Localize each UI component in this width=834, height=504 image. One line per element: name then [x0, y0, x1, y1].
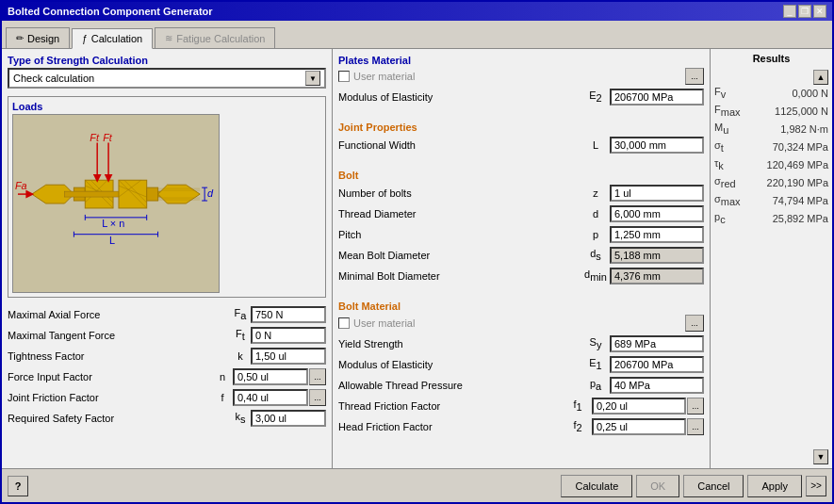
bolt-elastic-input[interactable] [610, 356, 704, 373]
safety-input[interactable] [251, 410, 326, 427]
bolt-thread-input[interactable] [610, 205, 704, 222]
bolt-allowable-input[interactable] [610, 377, 704, 394]
bolt-thread-friction-input[interactable] [592, 398, 686, 415]
tab-design[interactable]: ✏ Design [6, 27, 70, 48]
tangent-force-input[interactable] [251, 327, 326, 344]
bolt-head-friction-label: Head Friction Factor [338, 421, 564, 432]
tab-fatigue[interactable]: ≋ Fatigue Calculation [155, 27, 275, 48]
bolt-yield-symbol: Sy [581, 336, 610, 350]
bolt-elastic-label: Modulus of Elasticity [338, 359, 581, 370]
tab-calculation-label: Calculation [91, 33, 142, 44]
tightness-symbol: k [230, 350, 251, 362]
plates-modulus-row: Modulus of Elasticity E2 [338, 88, 704, 106]
help-button[interactable]: ? [8, 476, 28, 496]
bolt-pitch-symbol: p [581, 229, 610, 240]
calc-type-value: Check calculation [13, 73, 94, 84]
close-button[interactable]: ✕ [813, 5, 826, 18]
tangent-force-label: Maximal Tangent Force [8, 330, 230, 341]
input-fields: Maximal Axial Force Fa Maximal Tangent F… [8, 305, 326, 428]
apply-button[interactable]: Apply [747, 475, 802, 497]
functional-width-label: Functional Width [338, 139, 581, 151]
safety-symbol: ks [230, 411, 251, 425]
safety-label: Required Safety Factor [8, 413, 230, 424]
result-tau-k-symbol: τk [714, 157, 747, 171]
ok-button[interactable]: OK [636, 475, 679, 497]
result-tau-k: τk 120,469 MPa [714, 156, 828, 173]
results-title: Results [714, 53, 828, 64]
tab-calculation[interactable]: ƒ Calculation [72, 28, 153, 49]
functional-width-input[interactable] [610, 137, 704, 154]
functional-width-row: Functional Width L [338, 136, 704, 154]
middle-panel: Plates Material User material ... Modulu… [332, 49, 710, 468]
input-row-tangent: Maximal Tangent Force Ft [8, 326, 326, 345]
result-mu-symbol: Mu [714, 122, 747, 136]
title-bar: Bolted Connection Component Generator _ … [2, 2, 832, 21]
result-pc: pc 25,892 MPa [714, 210, 828, 227]
dropdown-arrow[interactable]: ▼ [305, 71, 320, 86]
friction-symbol: f [212, 392, 233, 403]
result-fv: Fv 0,000 N [714, 85, 828, 102]
bolt-min-input [610, 268, 704, 285]
friction-input[interactable] [233, 389, 308, 406]
friction-label: Joint Friction Factor [8, 392, 212, 403]
minimize-button[interactable]: _ [783, 5, 796, 18]
axial-force-label: Maximal Axial Force [8, 309, 230, 320]
restore-button[interactable]: ❐ [798, 5, 811, 18]
bolt-elastic-symbol: E1 [581, 357, 610, 371]
loads-title: Loads [12, 101, 321, 112]
result-sigma-t-value: 70,324 MPa [747, 141, 828, 153]
bolt-material-browse-btn[interactable]: ... [685, 315, 704, 332]
tightness-label: Tightness Factor [8, 350, 230, 362]
results-panel: Results ▲ Fv 0,000 N Fmax 1125,000 N Mu … [710, 49, 832, 468]
bolt-yield-input[interactable] [610, 335, 704, 352]
bolt-yield-label: Yield Strength [338, 338, 581, 350]
bolt-diagram: Ft Ft Fa d [12, 114, 220, 293]
bolt-num-label: Number of bolts [338, 187, 581, 199]
input-row-force-input: Force Input Factor n ... [8, 367, 326, 386]
result-sigma-red: σred 220,190 MPa [714, 174, 828, 191]
cancel-button[interactable]: Cancel [683, 475, 744, 497]
bolt-thread-friction-label: Thread Friction Factor [338, 400, 564, 412]
force-input-browse-btn[interactable]: ... [309, 368, 326, 385]
calculate-button[interactable]: Calculate [561, 475, 632, 497]
calc-type-select: Check calculation ▼ [8, 68, 326, 89]
bolt-num-input[interactable] [610, 185, 704, 202]
bolt-mean-label: Mean Bolt Diameter [338, 250, 581, 261]
results-scroll-up-btn[interactable]: ▲ [813, 70, 828, 85]
result-pc-symbol: pc [714, 211, 747, 225]
bolt-head-friction-browse-btn[interactable]: ... [687, 418, 704, 435]
calc-type-dropdown[interactable]: Check calculation ▼ [8, 68, 326, 89]
result-sigma-red-value: 220,190 MPa [747, 177, 828, 188]
force-input-label: Force Input Factor [8, 371, 212, 382]
tab-bar: ✏ Design ƒ Calculation ≋ Fatigue Calcula… [2, 21, 832, 49]
axial-force-symbol: Fa [230, 307, 251, 321]
plates-user-material-checkbox[interactable] [338, 71, 350, 82]
bolt-num-symbol: z [581, 187, 610, 199]
result-fv-value: 0,000 N [747, 88, 828, 99]
bolt-head-friction-input[interactable] [592, 418, 686, 435]
bolt-thread-friction-browse-btn[interactable]: ... [687, 398, 704, 415]
bolt-head-friction-row: Head Friction Factor f2 ... [338, 417, 704, 436]
result-sigma-max-value: 74,794 MPa [747, 195, 828, 206]
plates-user-material-label: User material [353, 71, 415, 82]
svg-text:Ft: Ft [103, 132, 113, 143]
results-scroll-down-btn[interactable]: ▼ [813, 449, 828, 464]
force-input-field[interactable] [233, 368, 308, 385]
calculation-icon: ƒ [82, 34, 88, 44]
plates-modulus-input[interactable] [610, 89, 704, 106]
bolt-user-material-checkbox[interactable] [338, 317, 350, 329]
result-sigma-t-symbol: σt [714, 139, 747, 154]
result-sigma-t: σt 70,324 MPa [714, 138, 828, 155]
force-input-symbol: n [212, 371, 233, 382]
plates-material-header: User material ... [338, 68, 704, 85]
bolt-pitch-input[interactable] [610, 226, 704, 243]
svg-text:Ft: Ft [90, 132, 100, 143]
plates-material-browse-btn[interactable]: ... [685, 68, 704, 85]
friction-browse-btn[interactable]: ... [309, 389, 326, 406]
tab-design-label: Design [27, 33, 59, 44]
bolt-mean-row: Mean Bolt Diameter ds [338, 246, 704, 265]
next-button[interactable]: >> [806, 476, 826, 496]
axial-force-input[interactable] [251, 306, 326, 323]
tightness-input[interactable] [251, 348, 326, 365]
bottom-bar: ? Calculate OK Cancel Apply >> [2, 468, 832, 502]
